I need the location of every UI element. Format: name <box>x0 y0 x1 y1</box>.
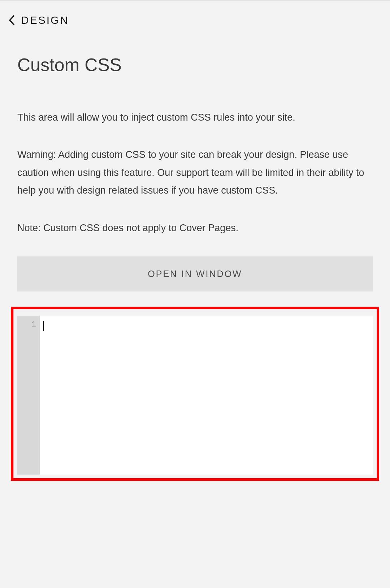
warning-text: Warning: Adding custom CSS to your site … <box>17 146 373 200</box>
note-text: Note: Custom CSS does not apply to Cover… <box>17 219 373 237</box>
description-text: This area will allow you to inject custo… <box>17 109 373 126</box>
chevron-left-icon <box>8 14 16 26</box>
line-number-gutter: 1 <box>17 316 40 475</box>
text-cursor <box>43 321 44 331</box>
open-in-window-button[interactable]: OPEN IN WINDOW <box>17 256 373 291</box>
back-button[interactable] <box>8 14 16 26</box>
editor-highlight-box: 1 <box>11 307 379 481</box>
line-number: 1 <box>17 320 36 329</box>
page-title: Custom CSS <box>17 55 373 75</box>
content: Custom CSS This area will allow you to i… <box>0 34 390 481</box>
header: DESIGN <box>0 0 390 34</box>
code-editor[interactable]: 1 <box>17 316 373 475</box>
code-input-area[interactable] <box>40 316 373 475</box>
breadcrumb[interactable]: DESIGN <box>21 14 69 26</box>
